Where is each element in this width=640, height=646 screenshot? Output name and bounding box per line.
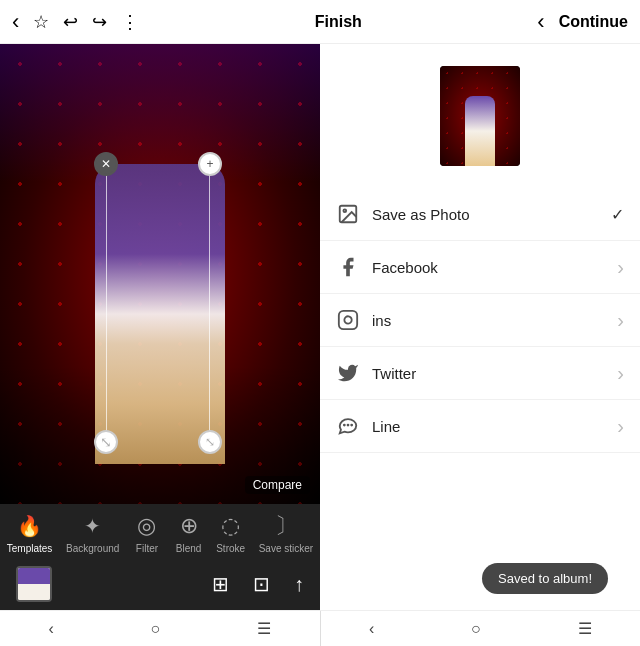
twitter-arrow bbox=[617, 362, 624, 385]
top-nav: Finish Continue bbox=[0, 0, 640, 44]
left-home-btn[interactable]: ○ bbox=[151, 620, 161, 638]
favorite-icon[interactable] bbox=[33, 11, 49, 33]
undo-icon[interactable] bbox=[63, 11, 78, 33]
share-item-left: Facebook bbox=[336, 255, 438, 279]
redo-icon[interactable] bbox=[92, 11, 107, 33]
tool-templates[interactable]: 🔥 Templates bbox=[7, 512, 53, 554]
tool-save-sticker[interactable]: 〕 Save sticker bbox=[259, 512, 313, 554]
blend-label: Blend bbox=[176, 543, 202, 554]
share-list: Save as Photo Facebook bbox=[320, 188, 640, 547]
preview-figure bbox=[465, 96, 495, 166]
instagram-label: ins bbox=[372, 312, 391, 329]
right-recents-btn[interactable]: ☰ bbox=[578, 619, 592, 638]
share-item-facebook[interactable]: Facebook bbox=[320, 241, 640, 294]
scan-icon[interactable]: ⊞ bbox=[212, 572, 229, 596]
share-item-save-photo[interactable]: Save as Photo bbox=[320, 188, 640, 241]
right-home-btn[interactable]: ○ bbox=[471, 620, 481, 638]
instagram-icon bbox=[336, 308, 360, 332]
line-arrow bbox=[617, 415, 624, 438]
facebook-label: Facebook bbox=[372, 259, 438, 276]
twitter-label: Twitter bbox=[372, 365, 416, 382]
instagram-arrow bbox=[617, 309, 624, 332]
right-back-icon[interactable] bbox=[537, 9, 544, 35]
editor-background: ✕ + ⤡ ⤡ Compare bbox=[0, 44, 320, 504]
finish-button[interactable]: Finish bbox=[315, 13, 362, 31]
image-editor: ✕ + ⤡ ⤡ Compare bbox=[0, 44, 320, 504]
tool-blend[interactable]: ⊕ Blend bbox=[175, 512, 203, 554]
system-nav: ‹ ○ ☰ ‹ ○ ☰ bbox=[0, 610, 640, 646]
share-item-left: Line bbox=[336, 414, 400, 438]
share-item-left: Save as Photo bbox=[336, 202, 470, 226]
toolbar: 🔥 Templates ✦ Background ◎ Filter ⊕ Blen… bbox=[0, 504, 320, 558]
share-icon[interactable]: ↑ bbox=[294, 573, 304, 596]
blend-icon: ⊕ bbox=[175, 512, 203, 540]
main-area: ✕ + ⤡ ⤡ Compare 🔥 Templates ✦ Background bbox=[0, 44, 640, 610]
filter-label: Filter bbox=[136, 543, 158, 554]
left-system-nav: ‹ ○ ☰ bbox=[0, 611, 320, 646]
line-label: Line bbox=[372, 418, 400, 435]
resize-handle-br[interactable]: ⤡ bbox=[198, 430, 222, 454]
svg-point-1 bbox=[343, 209, 346, 212]
right-system-nav: ‹ ○ ☰ bbox=[321, 611, 641, 646]
filter-icon: ◎ bbox=[133, 512, 161, 540]
stroke-icon: ◌ bbox=[217, 512, 245, 540]
left-recents-btn[interactable]: ☰ bbox=[257, 619, 271, 638]
left-back-btn[interactable]: ‹ bbox=[48, 620, 53, 638]
share-item-left: Twitter bbox=[336, 361, 416, 385]
background-label: Background bbox=[66, 543, 119, 554]
tool-filter[interactable]: ◎ Filter bbox=[133, 512, 161, 554]
save-photo-icon bbox=[336, 202, 360, 226]
save-photo-label: Save as Photo bbox=[372, 206, 470, 223]
share-item-left: ins bbox=[336, 308, 391, 332]
add-handle[interactable]: + bbox=[198, 152, 222, 176]
bottom-bar: ⊞ ⊡ ↑ bbox=[0, 558, 320, 610]
back-icon[interactable] bbox=[12, 9, 19, 35]
facebook-icon bbox=[336, 255, 360, 279]
more-icon[interactable] bbox=[121, 11, 139, 33]
right-panel: Save as Photo Facebook bbox=[320, 44, 640, 610]
right-back-btn[interactable]: ‹ bbox=[369, 620, 374, 638]
toast-message: Saved to album! bbox=[482, 563, 608, 594]
crop-line-left bbox=[106, 164, 107, 442]
continue-button[interactable]: Continue bbox=[559, 13, 628, 31]
compare-label[interactable]: Compare bbox=[245, 476, 310, 494]
thumbnail-preview[interactable] bbox=[16, 566, 52, 602]
templates-icon: 🔥 bbox=[16, 512, 44, 540]
stroke-label: Stroke bbox=[216, 543, 245, 554]
resize-handle-bl[interactable]: ⤡ bbox=[94, 430, 118, 454]
facebook-arrow bbox=[617, 256, 624, 279]
left-panel: ✕ + ⤡ ⤡ Compare 🔥 Templates ✦ Background bbox=[0, 44, 320, 610]
share-item-line[interactable]: Line bbox=[320, 400, 640, 453]
remove-handle[interactable]: ✕ bbox=[94, 152, 118, 176]
share-item-twitter[interactable]: Twitter bbox=[320, 347, 640, 400]
share-item-instagram[interactable]: ins bbox=[320, 294, 640, 347]
preview-container bbox=[320, 44, 640, 188]
save-sticker-label: Save sticker bbox=[259, 543, 313, 554]
svg-rect-2 bbox=[339, 311, 357, 329]
save-sticker-icon: 〕 bbox=[272, 512, 300, 540]
tool-background[interactable]: ✦ Background bbox=[66, 512, 119, 554]
save-photo-check bbox=[611, 205, 624, 224]
twitter-icon bbox=[336, 361, 360, 385]
background-icon: ✦ bbox=[79, 512, 107, 540]
crop-line-right bbox=[209, 164, 210, 442]
tool-stroke[interactable]: ◌ Stroke bbox=[216, 512, 245, 554]
line-icon bbox=[336, 414, 360, 438]
subject-figure bbox=[95, 164, 225, 464]
preview-thumbnail bbox=[440, 66, 520, 166]
bottom-actions: ⊞ ⊡ ↑ bbox=[212, 572, 304, 596]
templates-label: Templates bbox=[7, 543, 53, 554]
crop-icon[interactable]: ⊡ bbox=[253, 572, 270, 596]
